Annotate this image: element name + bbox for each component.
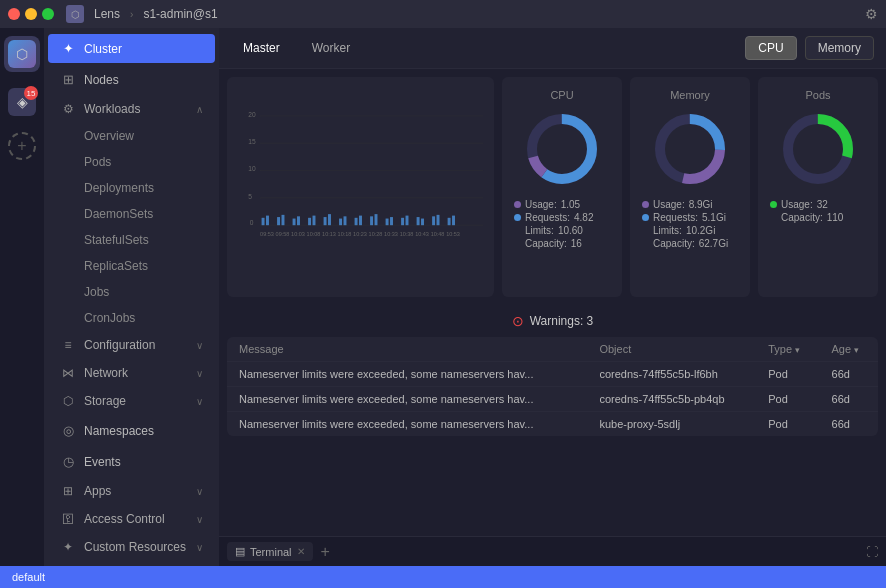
svg-rect-48: [452, 216, 455, 226]
warnings-header: ⊙ Warnings: 3: [227, 305, 878, 337]
sidebar-sub-cronjobs[interactable]: CronJobs: [48, 306, 215, 330]
sort-arrow-age: ▾: [854, 345, 859, 355]
svg-rect-43: [417, 217, 420, 225]
sidebar-item-cluster[interactable]: ✦ Cluster: [48, 34, 215, 63]
terminal-expand-icon[interactable]: ⛶: [866, 545, 878, 559]
svg-rect-26: [282, 215, 285, 225]
cpu-donut-stats: Usage: 1.05 Requests: 4.82 Limits: 10.60: [514, 199, 610, 249]
terminal-close-icon[interactable]: ✕: [297, 546, 305, 557]
svg-rect-41: [401, 218, 404, 225]
cpu-usage-stat: Usage: 1.05: [514, 199, 610, 210]
add-cluster-btn[interactable]: +: [8, 132, 36, 160]
warnings-section: ⊙ Warnings: 3 Message Object Type ▾ Age …: [227, 305, 878, 436]
sidebar-item-events[interactable]: ◷ Events: [48, 447, 215, 476]
access-control-icon: ⚿: [60, 512, 76, 526]
sidebar-group-access-control[interactable]: ⚿ Access Control ∨: [48, 506, 215, 532]
terminal-bar: ▤ Terminal ✕ + ⛶: [219, 536, 886, 566]
svg-text:10:18: 10:18: [338, 231, 352, 237]
svg-text:5: 5: [248, 193, 252, 200]
sidebar-group-configuration[interactable]: ≡ Configuration ∨: [48, 332, 215, 358]
sidebar-sub-daemonsets[interactable]: DaemonSets: [48, 202, 215, 226]
svg-text:10:53: 10:53: [446, 231, 460, 237]
svg-text:10:03: 10:03: [291, 231, 305, 237]
svg-rect-37: [370, 216, 373, 225]
app-logo-btn[interactable]: ⬡: [4, 36, 40, 72]
cpu-button[interactable]: CPU: [745, 36, 796, 60]
col-age[interactable]: Age ▾: [820, 337, 878, 362]
sidebar-group-workloads[interactable]: ⚙ Workloads ∧: [48, 96, 215, 122]
sidebar-group-storage[interactable]: ⬡ Storage ∨: [48, 388, 215, 414]
memory-button[interactable]: Memory: [805, 36, 874, 60]
svg-rect-29: [308, 218, 311, 225]
sidebar-group-network[interactable]: ⋈ Network ∨: [48, 360, 215, 386]
warning-icon: ⊙: [512, 313, 524, 329]
cell-type-1: Pod: [756, 387, 819, 412]
memory-usage-value: 8.9Gi: [689, 199, 713, 210]
sidebar-item-namespaces[interactable]: ◎ Namespaces: [48, 416, 215, 445]
storage-label: Storage: [84, 394, 188, 408]
sidebar-sub-pods[interactable]: Pods: [48, 150, 215, 174]
terminal-tab[interactable]: ▤ Terminal ✕: [227, 542, 313, 561]
memory-donut-svg: [650, 109, 730, 189]
title-chevron: ›: [130, 9, 133, 20]
svg-text:10: 10: [248, 165, 256, 172]
memory-capacity-dot: [642, 240, 649, 247]
svg-rect-46: [437, 215, 440, 225]
traffic-lights: [8, 8, 54, 20]
svg-text:10:23: 10:23: [353, 231, 367, 237]
tab-name[interactable]: s1-admin@s1: [143, 7, 217, 21]
cell-age-1: 66d: [820, 387, 878, 412]
gear-icon[interactable]: ⚙: [865, 6, 878, 22]
memory-limits-dot: [642, 227, 649, 234]
sidebar-sub-overview[interactable]: Overview: [48, 124, 215, 148]
cell-type-2: Pod: [756, 412, 819, 437]
events-icon: ◷: [60, 454, 76, 469]
col-type[interactable]: Type ▾: [756, 337, 819, 362]
cpu-capacity-dot: [514, 240, 521, 247]
cpu-limits-value: 10.60: [558, 225, 583, 236]
close-button[interactable]: [8, 8, 20, 20]
network-icon: ⋈: [60, 366, 76, 380]
sidebar-sub-deployments[interactable]: Deployments: [48, 176, 215, 200]
line-chart: 20 15 10 5 0 09:53 09:58 10:03 10:08: [235, 85, 486, 265]
notification-badge: 15: [24, 86, 38, 100]
cpu-requests-label: Requests:: [525, 212, 570, 223]
app-name: Lens: [94, 7, 120, 21]
cpu-capacity-stat: Capacity: 16: [514, 238, 610, 249]
svg-text:20: 20: [248, 111, 256, 118]
sidebar-sub-jobs[interactable]: Jobs: [48, 280, 215, 304]
pods-donut-title: Pods: [770, 89, 866, 101]
terminal-tab-icon: ▤: [235, 545, 245, 558]
svg-rect-32: [328, 214, 331, 225]
svg-rect-24: [266, 216, 269, 226]
cluster-label: Cluster: [84, 42, 203, 56]
worker-tab[interactable]: Worker: [300, 37, 362, 59]
sidebar-item-nodes[interactable]: ⊞ Nodes: [48, 65, 215, 94]
cpu-usage-dot: [514, 201, 521, 208]
svg-rect-23: [262, 218, 265, 225]
sidebar-group-apps[interactable]: ⊞ Apps ∨: [48, 478, 215, 504]
cpu-requests-value: 4.82: [574, 212, 593, 223]
sidebar-sub-replicasets[interactable]: ReplicaSets: [48, 254, 215, 278]
cpu-requests-stat: Requests: 4.82: [514, 212, 610, 223]
col-object[interactable]: Object: [587, 337, 756, 362]
memory-donut-title: Memory: [642, 89, 738, 101]
configuration-label: Configuration: [84, 338, 188, 352]
cell-object-2: kube-proxy-5sdlj: [587, 412, 756, 437]
terminal-add-btn[interactable]: +: [321, 543, 330, 561]
storage-icon: ⬡: [60, 394, 76, 408]
pods-usage-dot: [770, 201, 777, 208]
master-tab[interactable]: Master: [231, 37, 292, 59]
secondary-app-btn[interactable]: ◈ 15: [4, 84, 40, 120]
pods-capacity-dot: [770, 214, 777, 221]
sidebar-group-custom-resources[interactable]: ✦ Custom Resources ∨: [48, 534, 215, 560]
maximize-button[interactable]: [42, 8, 54, 20]
status-bar: default: [0, 566, 886, 588]
cpu-limits-label: Limits:: [525, 225, 554, 236]
svg-text:15: 15: [248, 138, 256, 145]
sidebar-sub-statefulsets[interactable]: StatefulSets: [48, 228, 215, 252]
svg-rect-30: [313, 216, 316, 226]
cpu-donut-svg: [522, 109, 602, 189]
cpu-usage-value: 1.05: [561, 199, 580, 210]
minimize-button[interactable]: [25, 8, 37, 20]
